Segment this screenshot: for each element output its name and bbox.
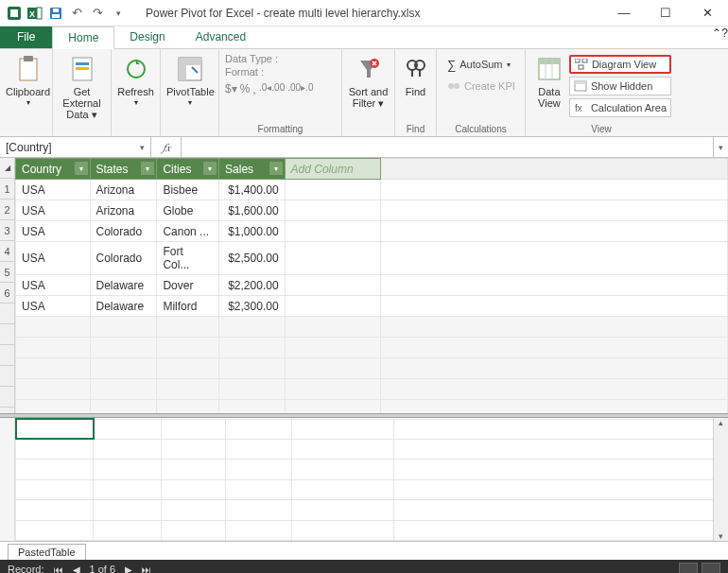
svg-rect-6	[52, 14, 60, 18]
hidden-icon	[574, 80, 587, 92]
maximize-button[interactable]: ☐	[645, 0, 686, 26]
collapse-ribbon-icon[interactable]: ⌃	[712, 26, 721, 48]
diagram-view-button[interactable]: Diagram View	[569, 55, 671, 74]
diagram-icon	[575, 59, 588, 70]
decrease-decimal-icon[interactable]: .00▸.0	[287, 82, 313, 96]
close-button[interactable]: ✕	[686, 0, 728, 26]
datatype-label: Data Type :	[225, 53, 278, 64]
tab-advanced[interactable]: Advanced	[181, 26, 261, 48]
row-header[interactable]: 3	[0, 220, 14, 241]
last-record-button[interactable]: ⏭	[142, 564, 151, 574]
minimize-button[interactable]: —	[603, 0, 645, 26]
table-row: USAArizonaBisbee$1,400.00	[16, 180, 728, 200]
sheet-tab-pastedtable[interactable]: PastedTable	[8, 544, 86, 560]
namebox-dropdown-icon[interactable]: ▾	[140, 143, 145, 152]
first-record-button[interactable]: ⏮	[54, 564, 63, 574]
pivottable-button[interactable]: PivotTable ▾	[166, 51, 215, 109]
sigma-icon: ∑	[447, 58, 456, 72]
filter-dropdown-icon[interactable]: ▾	[269, 162, 283, 175]
next-record-button[interactable]: ▶	[125, 564, 132, 574]
table-row: USAArizonaGlobe$1,600.00	[16, 200, 728, 221]
row-header[interactable]	[0, 324, 14, 345]
row-header[interactable]: 4	[0, 241, 14, 262]
filter-dropdown-icon[interactable]: ▾	[141, 162, 154, 175]
percent-icon[interactable]: %	[240, 82, 251, 96]
view-mode-diagram-button[interactable]	[702, 563, 720, 573]
svg-rect-28	[579, 65, 583, 69]
kpi-icon	[447, 79, 460, 93]
svg-rect-11	[76, 62, 89, 65]
tab-file[interactable]: File	[0, 26, 52, 48]
autosum-button[interactable]: ∑ AutoSum ▾	[442, 55, 520, 74]
column-header-country[interactable]: Country▾	[16, 159, 91, 180]
find-button[interactable]: Find	[401, 51, 430, 97]
add-column-header[interactable]: Add Column	[285, 159, 380, 180]
vertical-scrollbar[interactable]: ▴▾	[713, 418, 728, 541]
formula-input[interactable]	[182, 137, 713, 157]
sort-filter-button[interactable]: Sort andFilter ▾	[348, 51, 389, 109]
column-header-states[interactable]: States▾	[90, 159, 157, 180]
column-header-sales[interactable]: Sales▾	[219, 159, 286, 180]
svg-text:X: X	[29, 9, 35, 19]
column-header-cities[interactable]: Cities▾	[157, 159, 219, 180]
row-header[interactable]: 6	[0, 283, 14, 304]
increase-decimal-icon[interactable]: .0◂.00	[259, 82, 285, 96]
undo-icon[interactable]: ↶	[68, 5, 85, 22]
tab-home[interactable]: Home	[52, 26, 114, 49]
filter-dropdown-icon[interactable]: ▾	[203, 162, 217, 175]
row-header[interactable]: 5	[0, 262, 14, 283]
calc-cell-selected[interactable]	[16, 419, 94, 439]
redo-icon[interactable]: ↷	[89, 5, 106, 22]
fx-icon[interactable]: 𝑓𝑥	[151, 137, 182, 157]
row-header[interactable]: 2	[0, 200, 14, 220]
window-title: Power Pivot for Excel - create multi lev…	[127, 7, 603, 20]
row-header[interactable]	[0, 304, 14, 324]
svg-text:fx: fx	[575, 103, 582, 113]
svg-rect-12	[76, 67, 89, 70]
svg-rect-1	[10, 9, 18, 17]
save-icon[interactable]	[47, 5, 64, 22]
clipboard-icon	[14, 55, 43, 83]
svg-rect-26	[575, 59, 580, 62]
svg-rect-9	[24, 56, 33, 61]
view-mode-grid-button[interactable]	[679, 563, 698, 573]
data-view-button[interactable]: DataView	[531, 51, 567, 109]
prev-record-button[interactable]: ◀	[73, 564, 80, 574]
row-header[interactable]: 1	[0, 179, 14, 200]
row-header[interactable]	[0, 366, 14, 387]
clipboard-button[interactable]: Clipboard ▾	[6, 51, 50, 109]
row-header[interactable]	[0, 387, 14, 408]
formatting-group-label: Formatting	[225, 124, 336, 136]
create-kpi-button[interactable]: Create KPI	[442, 77, 520, 96]
get-external-data-button[interactable]: Get ExternalData ▾	[59, 51, 105, 120]
pivottable-icon	[176, 55, 204, 83]
comma-icon[interactable]: ,	[252, 82, 256, 96]
formula-expand-icon[interactable]: ▾	[713, 137, 728, 157]
calculation-area-button[interactable]: fx Calculation Area	[569, 98, 671, 117]
help-icon[interactable]: ?	[721, 26, 728, 48]
svg-rect-16	[179, 58, 201, 65]
svg-point-20	[448, 83, 454, 89]
calc-area-icon: fx	[574, 102, 587, 113]
row-header[interactable]	[0, 345, 14, 366]
refresh-icon	[122, 55, 150, 83]
filter-dropdown-icon[interactable]: ▾	[75, 162, 88, 175]
currency-icon[interactable]: $▾	[225, 82, 237, 96]
svg-rect-7	[53, 9, 59, 12]
show-hidden-button[interactable]: Show Hidden	[569, 77, 671, 96]
view-group-label: View	[531, 124, 671, 136]
database-icon	[68, 55, 96, 83]
select-all-corner[interactable]: ◢	[0, 158, 14, 179]
excel-icon: X	[26, 5, 43, 22]
powerpivot-icon	[6, 5, 23, 22]
refresh-button[interactable]: Refresh ▾	[117, 51, 154, 109]
record-position: 1 of 6	[90, 564, 116, 573]
record-label: Record:	[8, 564, 44, 573]
qat-dropdown-icon[interactable]: ▾	[110, 5, 127, 22]
filter-icon	[355, 55, 383, 83]
table-row	[16, 379, 728, 400]
tab-design[interactable]: Design	[114, 26, 180, 48]
table-row: USAColoradoCanon ...$1,000.00	[16, 221, 728, 242]
name-box[interactable]: [Country] ▾	[0, 137, 151, 157]
calculations-group-label: Calculations	[442, 124, 519, 136]
